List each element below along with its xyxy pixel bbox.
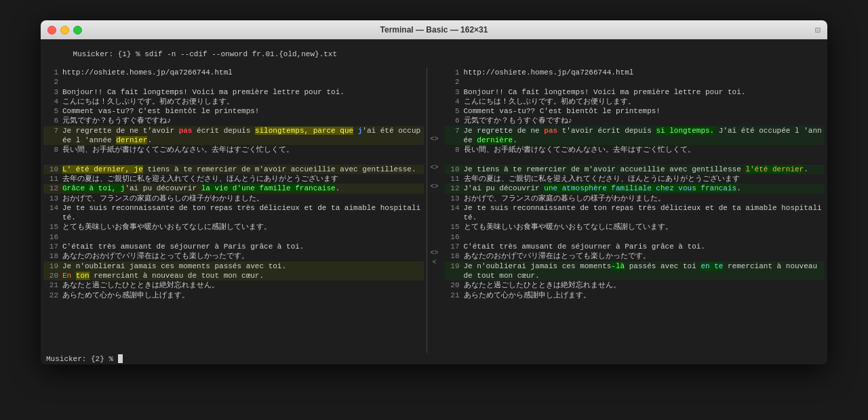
table-row: 12 Grâce à toi, j'ai pu découvrir la vie… xyxy=(43,184,424,193)
close-button[interactable] xyxy=(47,26,56,35)
table-row: 5 Comment vas-tu?? C'est bientôt le prin… xyxy=(445,106,825,116)
minimize-button[interactable] xyxy=(60,26,69,35)
prompt-line: Musicker: {2} % xyxy=(41,353,827,364)
table-row: 3 Bonjour!! Ca fait longtemps! Voici ma … xyxy=(445,87,825,97)
table-row: 15 とても美味しいお食事や暖かいおもてなしに感謝しています。 xyxy=(445,222,825,232)
table-row: 2 xyxy=(445,77,825,87)
table-row xyxy=(445,155,825,165)
table-row: 8 長い間、お手紙が書けなくてごめんなさい。去年はすごく忙しくて。 xyxy=(445,145,825,154)
table-row: 14 Je te suis reconnaissante de ton repa… xyxy=(43,203,424,223)
table-row: 5 Comment vas-tu?? C'est bientôt le prin… xyxy=(43,106,424,116)
diff-container: 1 http://oshiete.homes.jp/qa7266744.html… xyxy=(41,68,827,353)
table-row: 4 こんにちは！久しぶりです。初めてお便りします。 xyxy=(43,97,424,106)
resize-icon: ⊡ xyxy=(815,24,821,36)
table-row: 2 xyxy=(43,77,424,87)
table-row: 10 Je tiens à te remercier de m'avoir ac… xyxy=(445,165,825,174)
table-row: 19 Je n'oublierai jamais ces moments-là … xyxy=(445,261,825,281)
table-row: 10 L' été dernier, je tiens à te remerci… xyxy=(43,165,424,174)
table-row: 22 あらためて心から感謝申し上げます。 xyxy=(43,291,424,300)
table-row: 8 長い間、お手紙が書けなくてごめんなさい。去年はすごく忙しくて。 xyxy=(43,145,424,154)
table-row: 7 Je regrette de ne t'avoir pas écrit de… xyxy=(43,126,424,146)
table-row: 17 C'était très amusant de séjourner à P… xyxy=(445,242,825,251)
traffic-lights[interactable] xyxy=(47,26,82,35)
marker-line7: <> xyxy=(429,134,441,144)
window-title: Terminal — Basic — 162×31 xyxy=(380,25,488,35)
table-row xyxy=(43,155,424,165)
right-pane: 1 http://oshiete.homes.jp/qa7266744.html… xyxy=(442,68,828,353)
terminal-body: Musicker: {1} % sdif -n --cdif --onword … xyxy=(41,39,827,364)
terminal-window: Terminal — Basic — 162×31 ⊡ Musicker: {1… xyxy=(41,20,827,364)
table-row: 12 J'ai pu découvrir une atmosphère fami… xyxy=(445,184,825,193)
diff-divider: <> <> <> <> < xyxy=(427,68,442,353)
table-row: 4 こんにちは！久しぶりです。初めてお便りします。 xyxy=(445,97,825,106)
table-row: 17 C'était très amusant de séjourner à P… xyxy=(43,242,424,251)
marker-line12: <> xyxy=(429,182,441,191)
table-row: 18 あなたのおかげでパリ滞在はとっても楽しかったです。 xyxy=(445,251,825,261)
table-row: 6 元気ですか？もうすぐ春ですね♪ xyxy=(445,116,825,125)
table-row: 18 あなたのおかげでパリ滞在はとっても楽しかったです。 xyxy=(43,251,424,261)
table-row: 15 とても美味しいお食事や暖かいおもてなしに感謝しています。 xyxy=(43,222,424,232)
cursor xyxy=(118,354,123,363)
table-row: 16 xyxy=(43,232,424,242)
command-line: Musicker: {1} % sdif -n --cdif --onword … xyxy=(41,39,827,68)
maximize-button[interactable] xyxy=(73,26,82,35)
table-row: 6 元気ですか？もうすぐ春ですね♪ xyxy=(43,116,424,125)
table-row: 13 おかげで、フランスの家庭の暮らしの様子がわかりました。 xyxy=(445,194,825,203)
table-row: 3 Bonjour!! Ca fait longtemps! Voici ma … xyxy=(43,87,424,97)
table-row: 7 Je regrette de ne pas t'avoir écrit de… xyxy=(445,126,825,146)
table-row: 1 http://oshiete.homes.jp/qa7266744.html xyxy=(43,68,424,77)
table-row: 19 Je n'oublierai jamais ces moments pas… xyxy=(43,261,424,271)
table-row: 13 おかげで、フランスの家庭の暮らしの様子がわかりました。 xyxy=(43,194,424,203)
table-row: 16 xyxy=(445,232,825,242)
table-row: 21 あらためて心から感謝申し上げます。 xyxy=(445,291,825,300)
table-row: 21 あなたと過ごしたひとときは絶対忘れません。 xyxy=(43,280,424,290)
marker-line10: <> xyxy=(429,163,441,172)
table-row: 14 Je te suis reconnaissante de ton repa… xyxy=(445,203,825,223)
table-row: 11 去年の夏は、ご親切に私を迎え入れてくださり、ほんとうにありがとうございます xyxy=(445,174,825,184)
left-pane: 1 http://oshiete.homes.jp/qa7266744.html… xyxy=(41,68,427,353)
table-row: 1 http://oshiete.homes.jp/qa7266744.html xyxy=(445,68,825,77)
table-row: 20 あなたと過ごしたひとときは絶対忘れません。 xyxy=(445,280,825,290)
table-row: 20 En ton remerciant à nouveau de tout m… xyxy=(43,271,424,280)
table-row: 11 去年の夏は、ご親切に私を迎え入れてくださり、ほんとうにありがとうございます xyxy=(43,174,424,184)
marker-line20: < xyxy=(429,257,441,267)
titlebar: Terminal — Basic — 162×31 ⊡ xyxy=(41,20,827,39)
marker-line19: <> xyxy=(429,248,441,257)
